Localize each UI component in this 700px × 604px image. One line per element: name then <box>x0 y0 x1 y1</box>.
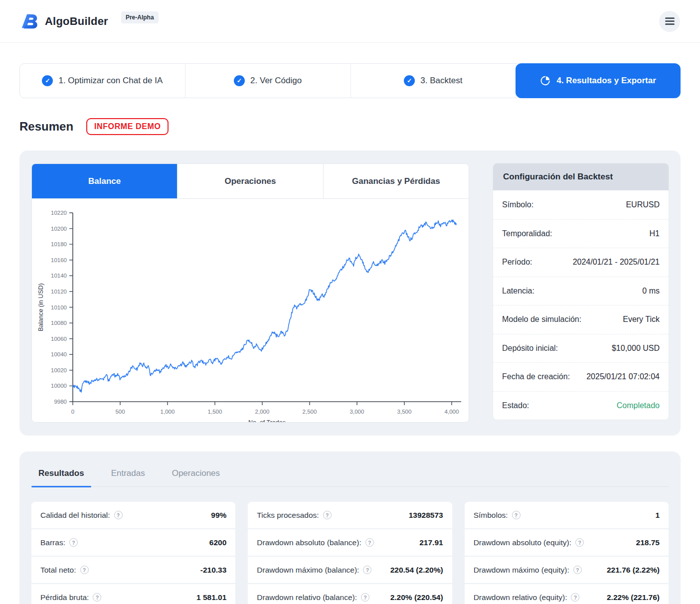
y-tick-label: 10120 <box>51 289 67 295</box>
check-icon: ✓ <box>404 75 415 86</box>
stat-column-1: Calidad del historial:?99%Barras:?6200To… <box>31 502 235 604</box>
summary-panel: BalanceOperacionesGanancias y Pérdidas 9… <box>19 151 681 436</box>
stat-row: Pérdida bruta:?1 581.01 <box>31 584 235 604</box>
help-icon[interactable]: ? <box>575 538 584 547</box>
config-row-label: Depósito inicial: <box>502 344 558 353</box>
stat-row: Drawdown relativo (balance):?2.20% (220.… <box>248 584 452 604</box>
y-tick-label: 10100 <box>51 304 67 310</box>
step-2[interactable]: ✓2. Ver Código <box>185 64 351 98</box>
stat-value: 217.91 <box>419 538 443 547</box>
config-row-value: 2024/01/21 - 2025/01/21 <box>573 258 660 267</box>
results-tab-entradas[interactable]: Entradas <box>110 461 146 486</box>
stat-column-2: Ticks procesados:?13928573Drawdown absol… <box>248 502 452 604</box>
x-tick-label: 3,000 <box>350 409 364 415</box>
chart-tab-operaciones[interactable]: Operaciones <box>177 164 323 198</box>
x-tick-label: 2,000 <box>255 409 270 415</box>
stat-label: Símbolos: <box>474 511 508 520</box>
x-tick-label: 500 <box>115 409 125 415</box>
demo-report-badge: INFORME DEMO <box>86 118 169 135</box>
check-icon: ✓ <box>234 75 245 86</box>
step-4[interactable]: 4. Resultados y Exportar <box>516 63 681 98</box>
stat-row: Total neto:?-210.33 <box>31 557 235 583</box>
x-tick-label: 1,000 <box>161 409 175 415</box>
results-tab-operaciones[interactable]: Operaciones <box>171 461 221 486</box>
app-logo: AlgoBuilder Pre-Alpha <box>20 12 159 31</box>
chart-tabs: BalanceOperacionesGanancias y Pérdidas <box>32 164 469 199</box>
y-tick-label: 10160 <box>51 257 67 263</box>
chart-card: BalanceOperacionesGanancias y Pérdidas 9… <box>31 163 469 423</box>
chart-tab-balance[interactable]: Balance <box>32 164 177 198</box>
step-3[interactable]: ✓3. Backtest <box>351 64 517 98</box>
stat-label: Drawdown absoluto (equity): <box>474 538 571 547</box>
config-row-value: 0 ms <box>642 287 660 296</box>
stat-value: 99% <box>211 511 226 520</box>
stat-row: Ticks procesados:?13928573 <box>248 502 452 528</box>
help-icon[interactable]: ? <box>114 511 123 519</box>
help-icon[interactable]: ? <box>363 566 371 574</box>
stat-row: Drawdown máximo (balance):?220.54 (2.20%… <box>248 557 452 583</box>
stat-label: Barras: <box>40 538 65 547</box>
hamburger-menu-button[interactable] <box>659 11 680 32</box>
y-tick-label: 10040 <box>51 351 67 357</box>
stat-row: Drawdown máximo (equity):?221.76 (2.22%) <box>465 557 669 583</box>
algobuilder-logo-icon <box>20 12 39 31</box>
balance-series-line <box>73 220 457 392</box>
stat-value: 221.76 (2.22%) <box>607 566 660 575</box>
stat-value: 1 <box>655 511 660 520</box>
y-axis-title: Balance (in USD) <box>37 283 44 331</box>
version-badge: Pre-Alpha <box>121 11 159 23</box>
config-row-value: Every Tick <box>623 315 660 324</box>
stat-row: Barras:?6200 <box>31 529 235 556</box>
results-panel: ResultadosEntradasOperaciones Calidad de… <box>19 452 681 604</box>
results-tabs: ResultadosEntradasOperaciones <box>31 461 669 487</box>
config-row-value: 2025/01/21 07:02:04 <box>586 372 660 381</box>
config-row-value: H1 <box>650 229 660 238</box>
balance-chart: 9980100001002010040100601008010100101201… <box>32 199 469 423</box>
page-title: Resumen <box>19 120 73 134</box>
stat-label: Total neto: <box>40 566 76 575</box>
stat-row: Drawdown relativo (equity):?2.22% (221.7… <box>465 584 669 604</box>
x-axis-title: No. of Trades <box>248 419 286 423</box>
config-row-label: Período: <box>502 258 532 267</box>
x-tick-label: 0 <box>71 409 74 415</box>
step-1[interactable]: ✓1. Optimizar con Chat de IA <box>20 64 185 98</box>
stat-value: 6200 <box>209 538 226 547</box>
stat-label: Drawdown relativo (equity): <box>474 593 567 602</box>
config-row-value: EURUSD <box>626 200 660 209</box>
stat-value: 220.54 (2.20%) <box>390 566 443 575</box>
y-tick-label: 10140 <box>51 273 67 279</box>
y-tick-label: 10200 <box>51 226 67 232</box>
x-tick-label: 4,000 <box>445 409 459 415</box>
config-row-label: Latencia: <box>502 287 534 296</box>
stat-label: Drawdown máximo (equity): <box>474 566 569 575</box>
help-icon[interactable]: ? <box>93 593 101 602</box>
chart-tab-ganancias-y-p-rdidas[interactable]: Ganancias y Pérdidas <box>324 164 469 198</box>
config-row: Latencia:0 ms <box>493 277 669 305</box>
config-row: Modelo de simulación:Every Tick <box>493 305 669 334</box>
help-icon[interactable]: ? <box>365 538 374 547</box>
results-tab-resultados[interactable]: Resultados <box>37 461 85 486</box>
help-icon[interactable]: ? <box>573 566 582 574</box>
help-icon[interactable]: ? <box>571 593 579 602</box>
config-rows: Símbolo:EURUSDTemporalidad:H1Período:202… <box>493 190 669 420</box>
config-row-label: Estado: <box>502 401 529 410</box>
y-tick-label: 10080 <box>51 320 67 326</box>
config-row: Símbolo:EURUSD <box>493 190 669 219</box>
check-icon: ✓ <box>42 75 53 86</box>
brand-name: AlgoBuilder <box>45 15 108 28</box>
config-row: Fecha de creación:2025/01/21 07:02:04 <box>493 362 669 391</box>
help-icon[interactable]: ? <box>361 593 369 602</box>
help-icon[interactable]: ? <box>80 566 89 574</box>
help-icon[interactable]: ? <box>323 511 332 519</box>
stat-value: 218.75 <box>636 538 660 547</box>
hamburger-icon <box>665 17 675 19</box>
config-row-label: Fecha de creación: <box>502 372 570 381</box>
x-tick-label: 3,500 <box>397 409 412 415</box>
help-icon[interactable]: ? <box>69 538 78 547</box>
stat-row: Calidad del historial:?99% <box>31 502 235 528</box>
stat-row: Símbolos:?1 <box>465 502 669 528</box>
help-icon[interactable]: ? <box>512 511 521 519</box>
config-panel-title: Configuración del Backtest <box>493 163 669 190</box>
pie-chart-icon <box>540 75 551 86</box>
stat-label: Ticks procesados: <box>257 511 319 520</box>
